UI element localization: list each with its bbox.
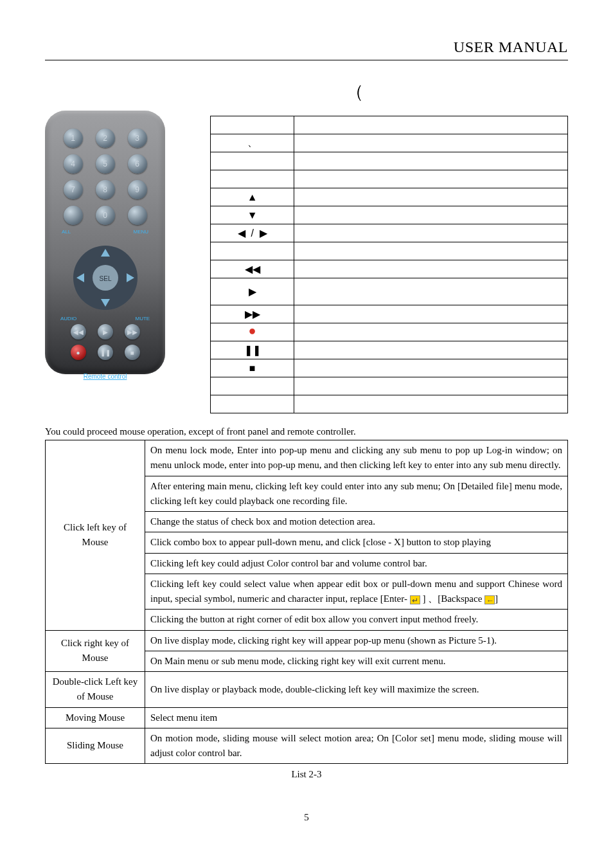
lc2: After entering main menu, clicking left …: [145, 476, 568, 512]
head-key: [211, 116, 294, 134]
lc5: Clicking left key could adjust Color con…: [145, 553, 568, 574]
rc2: On Main menu or sub menu mode, clicking …: [145, 651, 568, 671]
lc1: On menu lock mode, Enter into pop-up men…: [145, 440, 568, 476]
row-down: ▼: [211, 206, 294, 224]
row-stop: ■: [211, 359, 294, 377]
key-blank-right: [128, 206, 147, 225]
lbl-mute: MUTE: [135, 316, 150, 321]
lbl-all: ALL: [62, 229, 71, 235]
lc6c: ]: [495, 593, 498, 604]
lc6a: Clicking left key could select value whe…: [150, 579, 562, 604]
moving-head: Moving Mouse: [46, 707, 145, 728]
key-4: 4: [64, 154, 83, 174]
key-3: 3: [128, 129, 147, 148]
dc1: On live display or playback mode, double…: [145, 672, 568, 708]
key-5: 5: [96, 154, 115, 174]
key-6: 6: [128, 154, 147, 174]
lc4: Click combo box to appear pull-down menu…: [145, 532, 568, 553]
lbl-audio: AUDIO: [60, 316, 76, 321]
row-all: [211, 152, 294, 170]
rc1: On live display mode, clicking right key…: [145, 630, 568, 651]
lc6: Clicking left key could select value whe…: [145, 574, 568, 610]
mouse-intro: You could proceed mouse operation, excep…: [45, 426, 568, 437]
header-divider: [45, 60, 568, 60]
row-play: ▶: [211, 278, 294, 305]
right-click-head: Click right key of Mouse: [46, 630, 145, 672]
backspace-icon: [484, 595, 495, 604]
remote-row-labels: ALL MENU: [57, 229, 154, 237]
svg-text:SEL: SEL: [99, 275, 111, 282]
key-table-head: [211, 116, 568, 134]
head-remark: [294, 116, 568, 134]
remote-caption: Remote control: [57, 373, 154, 380]
row-rec: ●: [211, 323, 294, 341]
double-click-head: Double-click Left key of Mouse: [46, 672, 145, 708]
key-0: 0: [96, 206, 115, 225]
key-blank-left: [64, 206, 83, 225]
row-comma: 、: [211, 134, 294, 152]
parenthesis-glyph: （: [141, 80, 568, 104]
lbl-menu: MENU: [134, 229, 149, 235]
left-click-head: Click left key of Mouse: [46, 440, 145, 631]
mouse-operation-table: Click left key of Mouse On menu lock mod…: [45, 440, 568, 764]
row-rew: ◀◀: [211, 260, 294, 278]
pause-button: ❚❚: [98, 345, 113, 360]
sliding-head: Sliding Mouse: [46, 728, 145, 764]
row-audio: [211, 377, 294, 395]
page-header-title: USER MANUAL: [45, 39, 568, 60]
remote-dpad: SEL: [70, 242, 141, 313]
key-8: 8: [96, 180, 115, 199]
remote-mid-labels: AUDIO MUTE: [57, 316, 154, 324]
remote-small-row1: ◀◀ ▶ ▶▶: [57, 324, 154, 339]
row-up: ▲: [211, 188, 294, 206]
upper-section: 1 2 3 4 5 6 7 8 9 0 ALL MENU SEL: [45, 111, 568, 413]
rec-button: ●: [71, 345, 86, 360]
row-pause: ❚❚: [211, 341, 294, 359]
key-7: 7: [64, 180, 83, 199]
row-leftright: ◀ / ▶: [211, 224, 294, 242]
enter-icon: [410, 595, 420, 604]
mv1: Select menu item: [145, 707, 568, 728]
rew-button: ◀◀: [71, 324, 86, 339]
lc3: Change the status of check box and motio…: [145, 512, 568, 532]
stop-button: ■: [125, 345, 140, 360]
remote-small-row2: ● ❚❚ ■: [57, 345, 154, 360]
sl1: On motion mode, sliding mouse will selec…: [145, 728, 568, 764]
page-number: 5: [45, 812, 568, 823]
remote-control-figure: 1 2 3 4 5 6 7 8 9 0 ALL MENU SEL: [45, 111, 165, 374]
ffwd-button: ▶▶: [125, 324, 140, 339]
key-9: 9: [128, 180, 147, 199]
lc6b: ] 、[Backspace: [420, 593, 484, 604]
row-mute: [211, 395, 294, 413]
remote-key-table: 、 ▲ ▼ ◀ / ▶ ◀◀ ▶ ▶▶ ● ❚❚ ■: [210, 116, 568, 413]
play-button: ▶: [98, 324, 113, 339]
lc7: Clicking the button at right corner of e…: [145, 610, 568, 630]
table-caption: List 2-3: [45, 769, 568, 780]
key-2: 2: [96, 129, 115, 148]
key-1: 1: [64, 129, 83, 148]
remote-keypad: 1 2 3 4 5 6 7 8 9 0: [57, 129, 154, 225]
row-menu: [211, 170, 294, 188]
row-ffwd: ▶▶: [211, 305, 294, 323]
row-sel: [211, 242, 294, 260]
